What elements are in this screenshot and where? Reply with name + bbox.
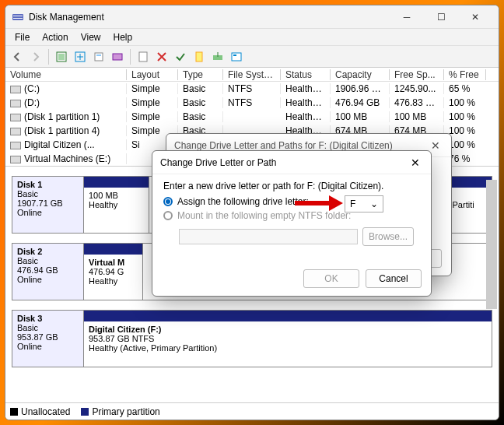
svg-rect-1	[13, 16, 23, 16]
table-row[interactable]: (D:)SimpleBasicNTFSHealthy (B...476.94 G…	[5, 96, 499, 110]
tb-icon-4[interactable]	[109, 48, 126, 65]
menu-action[interactable]: Action	[36, 30, 74, 44]
dialog-title: Change Drive Letter or Path	[160, 157, 408, 168]
table-row[interactable]: (Disk 1 partition 1)SimpleBasicHealthy (…	[5, 110, 499, 124]
tb-check-icon[interactable]	[172, 48, 189, 65]
drive-icon	[10, 114, 21, 121]
chevron-down-icon: ⌄	[370, 198, 378, 209]
svg-rect-2	[13, 18, 23, 19]
close-button[interactable]: ✕	[458, 5, 492, 29]
svg-rect-13	[233, 54, 236, 56]
svg-rect-10	[196, 52, 202, 61]
table-row[interactable]: (C:)SimpleBasicNTFSHealthy (B...1906.96 …	[5, 82, 499, 96]
drive-icon	[10, 156, 21, 163]
dialog-title: Change Drive Letter and Paths for F: (Di…	[174, 140, 428, 151]
disk-management-window: Disk Management ─ ☐ ✕ File Action View H…	[5, 5, 499, 420]
tb-icon-6[interactable]	[191, 48, 208, 65]
col-pctfree[interactable]: % Free	[444, 69, 486, 80]
maximize-button[interactable]: ☐	[424, 5, 458, 29]
cancel-button[interactable]: Cancel	[366, 269, 422, 288]
col-fs[interactable]: File System	[223, 69, 281, 80]
tb-icon-5[interactable]	[135, 48, 152, 65]
scrollbar[interactable]	[486, 180, 497, 309]
menu-help[interactable]: Help	[107, 30, 139, 44]
folder-path-input	[179, 229, 358, 244]
tb-icon-7[interactable]	[209, 48, 226, 65]
svg-rect-7	[96, 54, 101, 56]
close-icon[interactable]: ✕	[408, 155, 423, 170]
window-title: Disk Management	[29, 12, 390, 23]
disk-label-2: Disk 2 Basic 476.94 GB Online	[12, 244, 84, 300]
titlebar: Disk Management ─ ☐ ✕	[5, 5, 499, 29]
forward-button[interactable]	[27, 48, 44, 65]
legend: Unallocated Primary partition	[5, 402, 499, 420]
drive-icon	[10, 128, 21, 135]
col-status[interactable]: Status	[281, 69, 331, 80]
radio-icon	[163, 197, 173, 206]
svg-rect-8	[113, 54, 122, 60]
partition[interactable]: Virtual M 476.94 G Healthy	[84, 244, 143, 300]
dialog-instruction: Enter a new drive letter or path for F: …	[163, 181, 420, 191]
disk-row-3[interactable]: Disk 3 Basic 953.87 GB Online Digital Ci…	[12, 310, 492, 367]
disk-label-1: Disk 1 Basic 1907.71 GB Online	[12, 177, 84, 233]
dialog-change-letter: Change Drive Letter or Path ✕ Enter a ne…	[152, 150, 432, 297]
disk-label-3: Disk 3 Basic 953.87 GB Online	[12, 311, 84, 367]
col-type[interactable]: Type	[178, 69, 223, 80]
toolbar	[5, 46, 499, 68]
tb-icon-8[interactable]	[228, 48, 245, 65]
svg-rect-0	[12, 14, 23, 20]
browse-button: Browse...	[362, 227, 414, 246]
menu-view[interactable]: View	[75, 30, 107, 44]
app-icon	[12, 11, 24, 23]
table-header: Volume Layout Type File System Status Ca…	[5, 68, 499, 82]
col-volume[interactable]: Volume	[5, 69, 127, 80]
svg-rect-9	[139, 52, 147, 61]
back-button[interactable]	[9, 48, 26, 65]
drive-letter-select[interactable]: F ⌄	[345, 195, 383, 212]
partition[interactable]: Digital Citizen (F:) 953.87 GB NTFS Heal…	[84, 311, 492, 367]
radio-icon	[163, 211, 173, 220]
svg-rect-4	[58, 54, 65, 60]
svg-rect-6	[95, 53, 103, 61]
tb-icon-2[interactable]	[72, 48, 89, 65]
ok-button[interactable]: OK	[303, 269, 359, 288]
svg-rect-12	[232, 53, 241, 61]
col-capacity[interactable]: Capacity	[331, 69, 390, 80]
drive-icon	[10, 86, 21, 93]
partition[interactable]: 100 MB Healthy	[84, 177, 149, 233]
annotation-arrow	[293, 192, 345, 216]
tb-icon-1[interactable]	[53, 48, 70, 65]
col-layout[interactable]: Layout	[127, 69, 178, 80]
menubar: File Action View Help	[5, 29, 499, 46]
minimize-button[interactable]: ─	[390, 5, 424, 29]
tb-icon-3[interactable]	[90, 48, 107, 65]
col-freespace[interactable]: Free Sp...	[390, 69, 444, 80]
tb-delete-icon[interactable]	[153, 48, 170, 65]
drive-icon	[10, 142, 21, 149]
menu-file[interactable]: File	[9, 30, 36, 44]
drive-icon	[10, 100, 21, 107]
